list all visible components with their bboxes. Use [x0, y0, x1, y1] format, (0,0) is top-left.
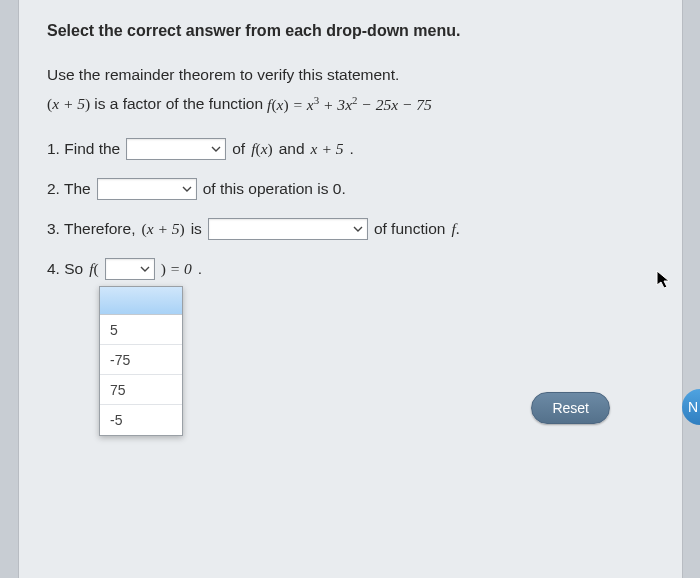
dropdown-option[interactable]: 75 [100, 375, 182, 405]
step4-dropdown-list[interactable]: 5 -75 75 -5 [99, 286, 183, 436]
step3-xp5: (x + 5) [141, 220, 184, 238]
step4-dot: . [198, 260, 202, 278]
step1-of: of [232, 140, 245, 158]
step1-and: and [279, 140, 305, 158]
instruction-text: Select the correct answer from each drop… [47, 22, 654, 40]
step-1: 1. Find the of f(x) and x + 5 . [47, 138, 654, 160]
question-panel: Select the correct answer from each drop… [18, 0, 683, 578]
step2-post: of this operation is 0. [203, 180, 346, 198]
step4-pre: 4. So [47, 260, 83, 278]
step3-is: is [191, 220, 202, 238]
next-button-fragment[interactable]: N [682, 389, 700, 425]
step1-xp5: x + 5 [311, 140, 344, 158]
step4-close-eq: ) = 0 [161, 260, 192, 278]
step3-f: f. [451, 220, 459, 238]
function-def: f(x) = x3 + 3x2 − 25x − 75 [267, 94, 432, 114]
dropdown-option[interactable]: 5 [100, 315, 182, 345]
step3-pre: 3. Therefore, [47, 220, 135, 238]
dropdown-option-blank[interactable] [100, 287, 182, 315]
dropdown-option[interactable]: -75 [100, 345, 182, 375]
reset-button[interactable]: Reset [531, 392, 610, 424]
step4-dropdown[interactable] [105, 258, 155, 280]
statement-intro: Use the remainder theorem to verify this… [47, 66, 654, 84]
step3-dropdown[interactable] [208, 218, 368, 240]
step2-pre: 2. The [47, 180, 91, 198]
factor-binomial: (x + 5) [47, 95, 90, 113]
step-3: 3. Therefore, (x + 5) is of function f. [47, 218, 654, 240]
chevron-down-icon [209, 144, 223, 154]
step3-post: of function [374, 220, 446, 238]
statement-expression: (x + 5) is a factor of the function f(x)… [47, 94, 654, 114]
step-2: 2. The of this operation is 0. [47, 178, 654, 200]
chevron-down-icon [351, 224, 365, 234]
step1-pre: 1. Find the [47, 140, 120, 158]
step-4: 4. So f( ) = 0 . [47, 258, 654, 280]
chevron-down-icon [138, 264, 152, 274]
step1-dropdown[interactable] [126, 138, 226, 160]
step4-f-open: f( [89, 260, 98, 278]
is-factor-text: is a factor of the function [94, 95, 263, 113]
dropdown-option[interactable]: -5 [100, 405, 182, 435]
cursor-icon [656, 270, 672, 294]
step1-dot: . [349, 140, 353, 158]
step1-fx: f(x) [251, 140, 273, 158]
chevron-down-icon [180, 184, 194, 194]
step2-dropdown[interactable] [97, 178, 197, 200]
